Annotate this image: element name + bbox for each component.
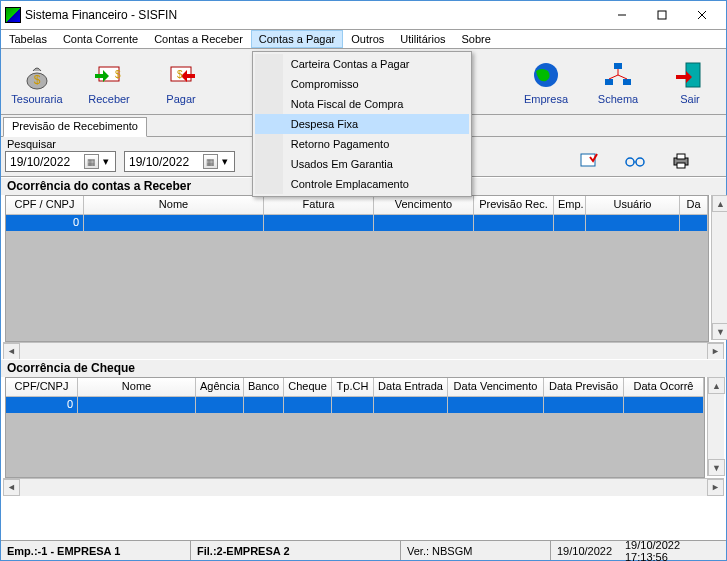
exit-icon [674, 59, 706, 91]
grid2-title: Ocorrência de Cheque [1, 359, 726, 377]
table-row[interactable]: 0 [6, 397, 704, 413]
status-emp: Emp.:-1 - EMPRESA 1 [1, 541, 191, 560]
schema-icon [602, 59, 634, 91]
close-button[interactable] [682, 2, 722, 28]
menu-conta-corrente[interactable]: Conta Corrente [55, 30, 146, 48]
table-cell [196, 397, 244, 413]
scroll-left-button[interactable]: ◄ [3, 343, 20, 360]
column-header[interactable]: Nome [84, 196, 264, 215]
menu-sobre[interactable]: Sobre [454, 30, 499, 48]
svg-line-15 [609, 75, 618, 79]
menu-contas-a-pagar[interactable]: Contas a PagarCarteira Contas a PagarCom… [251, 30, 343, 48]
column-header[interactable]: Tp.CH [332, 378, 374, 397]
toolbar-tesouraria[interactable]: $Tesouraria [1, 49, 73, 114]
menuitem-carteira-contas-a-pagar[interactable]: Carteira Contas a Pagar [255, 54, 469, 74]
table-cell [474, 215, 554, 231]
column-header[interactable]: Nome [78, 378, 196, 397]
toolbar-empresa[interactable]: Empresa [510, 49, 582, 114]
table-cell [78, 397, 196, 413]
column-header[interactable]: Usuário [586, 196, 680, 215]
toolbar-schema[interactable]: Schema [582, 49, 654, 114]
status-ver: Ver.: NBSGM [401, 541, 551, 560]
scroll-down-button[interactable]: ▼ [712, 323, 727, 340]
date-from-input[interactable] [10, 155, 84, 169]
table-cell [680, 215, 708, 231]
calendar-icon[interactable]: ▦ [203, 154, 218, 169]
scroll-up-button[interactable]: ▲ [712, 195, 727, 212]
column-header[interactable]: Emp. [554, 196, 586, 215]
menuitem-nota-fiscal-de-compra[interactable]: Nota Fiscal de Compra [255, 94, 469, 114]
table-cell [448, 397, 544, 413]
menuitem-compromisso[interactable]: Compromisso [255, 74, 469, 94]
table-row[interactable]: 0 [6, 215, 708, 231]
column-header[interactable]: Agência [196, 378, 244, 397]
toolbar-receber[interactable]: $Receber [73, 49, 145, 114]
scroll-right-button[interactable]: ► [707, 479, 724, 496]
menu-tabelas[interactable]: Tabelas [1, 30, 55, 48]
calendar-icon[interactable]: ▦ [84, 154, 99, 169]
grid-cheque: CPF/CNPJNomeAgênciaBancoChequeTp.CHData … [5, 377, 705, 478]
globe-icon [530, 59, 562, 91]
chevron-down-icon[interactable]: ▾ [218, 155, 232, 168]
menuitem-retorno-pagamento[interactable]: Retorno Pagamento [255, 134, 469, 154]
date-to-input[interactable] [129, 155, 203, 169]
status-date: 19/10/2022 [551, 541, 619, 560]
toolbar-pagar[interactable]: $Pagar [145, 49, 217, 114]
status-bar: Emp.:-1 - EMPRESA 1 Fil.:2-EMPRESA 2 Ver… [1, 540, 726, 560]
date-from-field[interactable]: ▦ ▾ [5, 151, 116, 172]
table-cell [332, 397, 374, 413]
titlebar: Sistema Financeiro - SISFIN [1, 1, 726, 29]
svg-point-20 [636, 158, 644, 166]
print-icon[interactable] [670, 151, 692, 171]
svg-rect-23 [677, 154, 685, 159]
column-header[interactable]: Da [680, 196, 708, 215]
column-header[interactable]: Data Vencimento [448, 378, 544, 397]
column-header[interactable]: Banco [244, 378, 284, 397]
menuitem-despesa-fixa[interactable]: Despesa Fixa [255, 114, 469, 134]
table-cell [586, 215, 680, 231]
receive-icon: $ [93, 59, 125, 91]
glasses-icon[interactable] [624, 151, 646, 171]
table-cell [544, 397, 624, 413]
svg-line-16 [618, 75, 627, 79]
svg-rect-12 [605, 79, 613, 85]
horizontal-scrollbar[interactable]: ◄ ► [3, 342, 724, 359]
column-header[interactable]: Previsão Rec. [474, 196, 554, 215]
menu-utilitários[interactable]: Utilitários [392, 30, 453, 48]
chevron-down-icon[interactable]: ▾ [99, 155, 113, 168]
horizontal-scrollbar[interactable]: ◄ ► [3, 478, 724, 495]
scroll-right-button[interactable]: ► [707, 343, 724, 360]
vertical-scrollbar[interactable]: ▲▼ [711, 195, 727, 340]
column-header[interactable]: Cheque [284, 378, 332, 397]
column-header[interactable]: CPF / CNPJ [6, 196, 84, 215]
maximize-button[interactable] [642, 2, 682, 28]
status-fil: Fil.:2-EMPRESA 2 [191, 541, 401, 560]
menu-outros[interactable]: Outros [343, 30, 392, 48]
toolbar-sair[interactable]: Sair [654, 49, 726, 114]
check-list-icon[interactable] [578, 151, 600, 171]
svg-rect-24 [677, 163, 685, 168]
minimize-button[interactable] [602, 2, 642, 28]
scroll-up-button[interactable]: ▲ [708, 377, 725, 394]
column-header[interactable]: Data Ocorrê [624, 378, 704, 397]
vertical-scrollbar[interactable]: ▲▼ [707, 377, 724, 476]
menuitem-controle-emplacamento[interactable]: Controle Emplacamento [255, 174, 469, 194]
app-icon [5, 7, 21, 23]
table-cell [84, 215, 264, 231]
svg-text:$: $ [34, 73, 41, 87]
tab-previsao-recebimento[interactable]: Previsão de Recebimento [3, 117, 147, 137]
moneybag-icon: $ [21, 59, 53, 91]
column-header[interactable]: Data Previsão [544, 378, 624, 397]
table-cell [374, 397, 448, 413]
column-header[interactable]: Vencimento [374, 196, 474, 215]
column-header[interactable]: Fatura [264, 196, 374, 215]
column-header[interactable]: CPF/CNPJ [6, 378, 78, 397]
scroll-left-button[interactable]: ◄ [3, 479, 20, 496]
menu-contas-a-receber[interactable]: Contas a Receber [146, 30, 251, 48]
column-header[interactable]: Data Entrada [374, 378, 448, 397]
scroll-down-button[interactable]: ▼ [708, 459, 725, 476]
table-cell: 0 [6, 215, 84, 231]
date-to-field[interactable]: ▦ ▾ [124, 151, 235, 172]
svg-rect-11 [614, 63, 622, 69]
menuitem-usados-em-garantia[interactable]: Usados Em Garantia [255, 154, 469, 174]
